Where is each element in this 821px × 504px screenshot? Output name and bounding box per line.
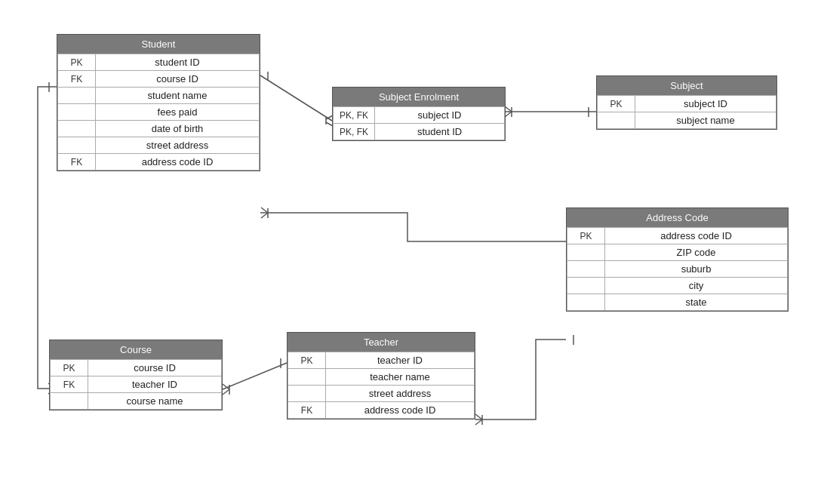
table-row: PK student ID [58, 54, 260, 71]
table-row: fees paid [58, 104, 260, 121]
table-row: FK course ID [58, 71, 260, 88]
svg-line-23 [475, 414, 482, 419]
field-cell: student ID [96, 54, 260, 71]
field-cell: address code ID [605, 228, 788, 244]
svg-line-21 [223, 389, 229, 395]
diagram-container: Student PK student ID FK course ID stude… [0, 0, 821, 504]
table-row: PK teacher ID [288, 352, 475, 369]
key-cell [288, 386, 326, 402]
table-row: PK, FK subject ID [334, 107, 505, 124]
table-row: city [567, 278, 788, 294]
key-cell: PK [51, 360, 88, 376]
table-row: PK course ID [51, 360, 222, 376]
key-cell [58, 104, 96, 121]
course-table: Course PK course ID FK teacher ID course… [49, 340, 223, 410]
field-cell: city [605, 278, 788, 294]
field-cell: address code ID [96, 154, 260, 171]
key-cell: FK [58, 154, 96, 171]
field-cell: address code ID [326, 402, 475, 419]
table-row: street address [288, 386, 475, 402]
student-table-header: Student [57, 35, 260, 54]
table-row: subject name [598, 112, 776, 129]
table-row: suburb [567, 261, 788, 278]
field-cell: suburb [605, 261, 788, 278]
field-cell: course ID [96, 71, 260, 88]
svg-line-8 [505, 112, 512, 117]
table-row: FK address code ID [288, 402, 475, 419]
subject-enrolment-table: Subject Enrolment PK, FK subject ID PK, … [332, 87, 506, 141]
student-table: Student PK student ID FK course ID stude… [57, 34, 260, 171]
svg-line-7 [505, 106, 512, 112]
table-row: state [567, 294, 788, 311]
field-cell: street address [326, 386, 475, 402]
course-table-header: Course [50, 340, 222, 359]
table-row: ZIP code [567, 244, 788, 261]
table-row: teacher name [288, 369, 475, 386]
key-cell: PK [598, 96, 635, 112]
field-cell: date of birth [96, 121, 260, 137]
field-cell: course ID [88, 360, 222, 376]
key-cell [598, 112, 635, 129]
field-cell: subject ID [635, 96, 776, 112]
table-row: student name [58, 88, 260, 104]
field-cell: teacher name [326, 369, 475, 386]
key-cell [567, 278, 605, 294]
field-cell: student ID [375, 124, 505, 140]
teacher-table-header: Teacher [288, 333, 475, 352]
svg-line-20 [223, 384, 229, 389]
field-cell: course name [88, 393, 222, 410]
field-cell: subject name [635, 112, 776, 129]
table-row: FK address code ID [58, 154, 260, 171]
subject-table-header: Subject [597, 76, 776, 95]
key-cell [58, 88, 96, 104]
table-row: street address [58, 137, 260, 154]
key-cell: PK, FK [334, 107, 375, 124]
table-row: course name [51, 393, 222, 410]
address-code-table-header: Address Code [567, 208, 788, 227]
key-cell: PK, FK [334, 124, 375, 140]
field-cell: state [605, 294, 788, 311]
table-row: FK teacher ID [51, 376, 222, 393]
svg-line-0 [260, 75, 332, 121]
address-code-table: Address Code PK address code ID ZIP code… [566, 207, 789, 312]
svg-line-24 [475, 419, 482, 425]
key-cell: FK [58, 71, 96, 88]
field-cell: street address [96, 137, 260, 154]
table-row: PK, FK student ID [334, 124, 505, 140]
field-cell: teacher ID [326, 352, 475, 369]
key-cell [288, 369, 326, 386]
key-cell [58, 121, 96, 137]
subject-enrolment-table-header: Subject Enrolment [333, 88, 505, 106]
svg-line-11 [261, 207, 268, 213]
svg-line-12 [261, 213, 268, 218]
key-cell: PK [58, 54, 96, 71]
key-cell: PK [567, 228, 605, 244]
field-cell: subject ID [375, 107, 505, 124]
teacher-table: Teacher PK teacher ID teacher name stree… [287, 332, 475, 419]
table-row: date of birth [58, 121, 260, 137]
svg-line-18 [223, 363, 287, 389]
field-cell: student name [96, 88, 260, 104]
key-cell [567, 261, 605, 278]
key-cell: PK [288, 352, 326, 369]
key-cell: FK [51, 376, 88, 393]
key-cell [567, 244, 605, 261]
subject-table: Subject PK subject ID subject name [596, 75, 777, 130]
key-cell [51, 393, 88, 410]
field-cell: fees paid [96, 104, 260, 121]
field-cell: teacher ID [88, 376, 222, 393]
key-cell [58, 137, 96, 154]
key-cell [567, 294, 605, 311]
field-cell: ZIP code [605, 244, 788, 261]
table-row: PK subject ID [598, 96, 776, 112]
table-row: PK address code ID [567, 228, 788, 244]
key-cell: FK [288, 402, 326, 419]
